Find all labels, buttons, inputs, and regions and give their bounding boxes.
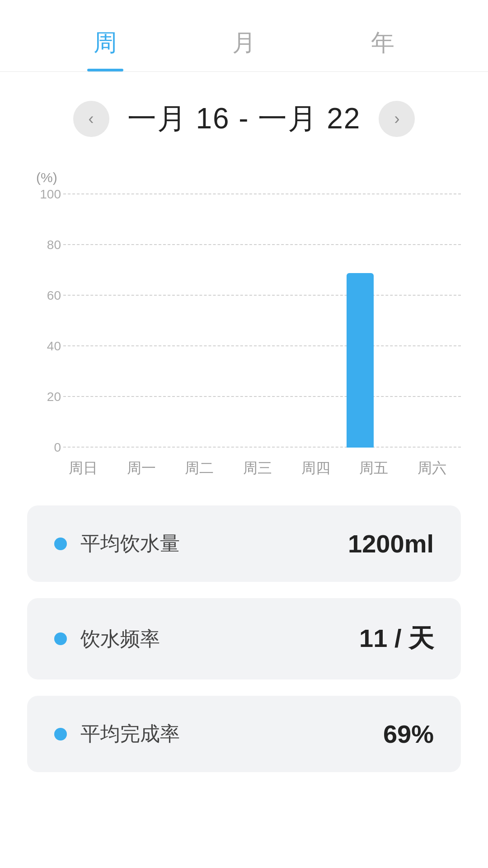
stat-dot-avg-water <box>54 538 67 550</box>
stat-dot-avg-complete <box>54 728 67 741</box>
tab-week[interactable]: 周 <box>94 27 117 71</box>
chart-inner: 020406080100 <box>36 194 461 448</box>
stat-label-drink-freq: 饮水频率 <box>80 626 160 652</box>
next-button[interactable]: › <box>379 101 415 137</box>
x-label-6: 周六 <box>409 458 455 478</box>
chart-container: (%) 020406080100 <box>0 161 488 448</box>
y-label-60: 60 <box>47 288 61 303</box>
x-label-2: 周二 <box>177 458 222 478</box>
x-label-1: 周一 <box>119 458 164 478</box>
y-label-40: 40 <box>47 339 61 354</box>
date-range: 一月 16 - 一月 22 <box>127 99 361 138</box>
tab-month[interactable]: 月 <box>232 27 256 71</box>
stats-section: 平均饮水量1200ml饮水频率11 / 天平均完成率69% <box>0 478 488 799</box>
stat-dot-drink-freq <box>54 632 67 645</box>
stat-value-avg-complete: 69% <box>383 719 434 749</box>
tab-bar: 周 月 年 <box>0 0 488 72</box>
stat-label-avg-complete: 平均完成率 <box>80 721 180 747</box>
bar-5 <box>347 273 374 448</box>
prev-button[interactable]: ‹ <box>73 101 109 137</box>
bar-col-5 <box>347 194 374 448</box>
x-axis: 周日周一周二周三周四周五周六 <box>0 448 488 478</box>
date-navigator: ‹ 一月 16 - 一月 22 › <box>0 72 488 161</box>
stat-left-avg-complete: 平均完成率 <box>54 721 180 747</box>
stat-value-avg-water: 1200ml <box>348 529 434 558</box>
y-label-80: 80 <box>47 238 61 252</box>
x-label-3: 周三 <box>235 458 280 478</box>
stat-label-avg-water: 平均饮水量 <box>80 530 180 557</box>
stat-value-drink-freq: 11 / 天 <box>359 622 434 656</box>
y-label-20: 20 <box>47 390 61 404</box>
bars-area <box>63 194 461 448</box>
x-label-5: 周五 <box>351 458 396 478</box>
x-label-4: 周四 <box>293 458 338 478</box>
tab-year[interactable]: 年 <box>371 27 394 71</box>
y-label-0: 0 <box>54 440 61 455</box>
y-label-100: 100 <box>40 187 61 202</box>
stat-card-avg-complete: 平均完成率69% <box>27 696 461 772</box>
x-label-0: 周日 <box>61 458 106 478</box>
stat-left-avg-water: 平均饮水量 <box>54 530 180 557</box>
stat-card-avg-water: 平均饮水量1200ml <box>27 505 461 582</box>
stat-left-drink-freq: 饮水频率 <box>54 626 160 652</box>
y-axis-unit: (%) <box>36 170 461 185</box>
stat-card-drink-freq: 饮水频率11 / 天 <box>27 598 461 679</box>
y-labels: 020406080100 <box>36 194 61 448</box>
